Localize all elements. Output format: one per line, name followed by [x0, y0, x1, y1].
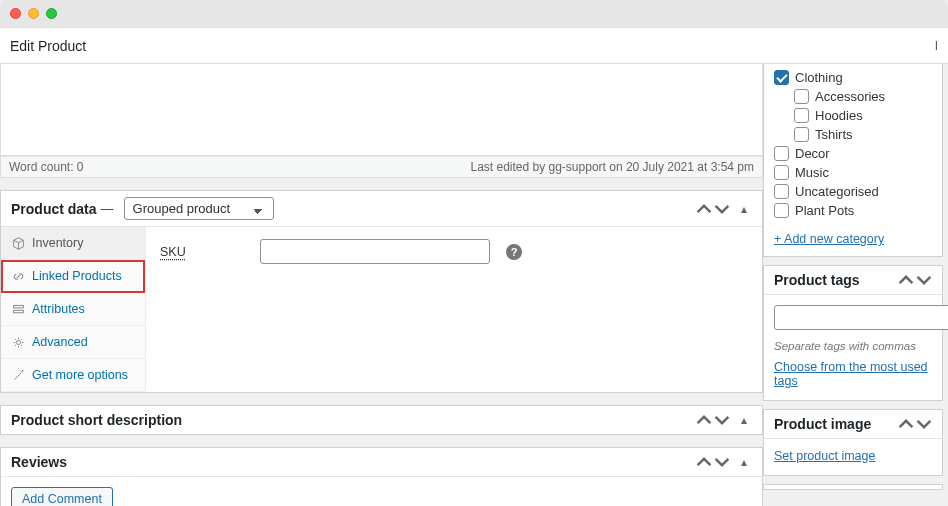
- add-comment-button[interactable]: Add Comment: [11, 487, 113, 506]
- move-up-icon[interactable]: [696, 412, 712, 428]
- wand-icon: [11, 368, 25, 382]
- link-icon: [11, 269, 25, 283]
- category-item[interactable]: Tshirts: [794, 125, 932, 144]
- tab-label: Advanced: [32, 335, 88, 349]
- set-product-image-link[interactable]: Set product image: [774, 449, 875, 463]
- category-item[interactable]: Music: [774, 163, 932, 182]
- maximize-window-dot[interactable]: [46, 8, 57, 19]
- header-right-cut: I: [935, 39, 938, 53]
- editor-footer: Word count: 0 Last edited by gg-support …: [0, 156, 763, 178]
- tag-input[interactable]: [774, 305, 948, 330]
- svg-rect-1: [13, 310, 23, 312]
- svg-rect-0: [13, 305, 23, 307]
- move-down-icon[interactable]: [714, 454, 730, 470]
- category-label: Accessories: [815, 89, 885, 104]
- gear-icon: [11, 335, 25, 349]
- product-data-box: Product data — Grouped product ▴: [0, 190, 763, 393]
- sku-input[interactable]: [260, 239, 490, 264]
- toggle-box-icon[interactable]: ▴: [736, 412, 752, 428]
- reviews-box: Reviews ▴ Add Comment: [0, 447, 763, 506]
- close-window-dot[interactable]: [10, 8, 21, 19]
- short-description-box: Product short description ▴: [0, 405, 763, 435]
- tab-attributes[interactable]: Attributes: [1, 293, 145, 326]
- category-item[interactable]: Clothing: [774, 68, 932, 87]
- product-categories-box: Clothing Accessories Hoodies Tshirts Dec…: [763, 64, 943, 257]
- tab-label: Attributes: [32, 302, 85, 316]
- category-item[interactable]: Hoodies: [794, 106, 932, 125]
- move-up-icon[interactable]: [696, 454, 712, 470]
- move-down-icon[interactable]: [916, 416, 932, 432]
- tab-label: Get more options: [32, 368, 128, 382]
- product-data-tabs: Inventory Linked Products Attributes Adv…: [1, 227, 146, 392]
- move-up-icon[interactable]: [696, 201, 712, 217]
- svg-point-2: [16, 340, 20, 344]
- category-label: Plant Pots: [795, 203, 854, 218]
- page-title: Edit Product: [10, 38, 86, 54]
- sku-label: SKU: [160, 245, 250, 259]
- choose-most-used-tags-link[interactable]: Choose from the most used tags: [774, 360, 928, 388]
- page-header: Edit Product I: [0, 28, 948, 64]
- tab-get-more[interactable]: Get more options: [1, 359, 145, 392]
- word-count: Word count: 0: [9, 160, 84, 174]
- minimize-window-dot[interactable]: [28, 8, 39, 19]
- category-label: Hoodies: [815, 108, 863, 123]
- category-checkbox[interactable]: [774, 70, 789, 85]
- tab-advanced[interactable]: Advanced: [1, 326, 145, 359]
- product-data-title: Product data: [11, 201, 97, 217]
- dash-sep: —: [101, 201, 114, 216]
- category-checkbox[interactable]: [774, 165, 789, 180]
- product-tags-box: Product tags Add Separate tags with comm…: [763, 265, 943, 401]
- product-image-box: Product image Set product image: [763, 409, 943, 476]
- category-label: Clothing: [795, 70, 843, 85]
- category-checkbox[interactable]: [794, 127, 809, 142]
- add-new-category-link[interactable]: + Add new category: [774, 232, 884, 246]
- category-item[interactable]: Decor: [774, 144, 932, 163]
- category-label: Uncategorised: [795, 184, 879, 199]
- category-item[interactable]: Uncategorised: [774, 182, 932, 201]
- category-checkbox[interactable]: [774, 146, 789, 161]
- move-up-icon[interactable]: [898, 272, 914, 288]
- category-label: Music: [795, 165, 829, 180]
- help-icon[interactable]: ?: [506, 244, 522, 260]
- category-item[interactable]: Accessories: [794, 87, 932, 106]
- move-down-icon[interactable]: [714, 201, 730, 217]
- product-tags-title: Product tags: [774, 272, 860, 288]
- product-image-title: Product image: [774, 416, 871, 432]
- move-down-icon[interactable]: [916, 272, 932, 288]
- category-label: Tshirts: [815, 127, 853, 142]
- category-checkbox[interactable]: [794, 108, 809, 123]
- toggle-box-icon[interactable]: ▴: [736, 454, 752, 470]
- move-up-icon[interactable]: [898, 416, 914, 432]
- next-box-peek: [763, 484, 943, 490]
- mac-titlebar: [0, 0, 948, 28]
- move-down-icon[interactable]: [714, 412, 730, 428]
- category-checkbox[interactable]: [774, 184, 789, 199]
- attributes-icon: [11, 302, 25, 316]
- tags-help-text: Separate tags with commas: [764, 340, 942, 360]
- tab-label: Linked Products: [32, 269, 122, 283]
- category-checkbox[interactable]: [794, 89, 809, 104]
- tab-linked-products[interactable]: Linked Products: [1, 260, 145, 293]
- last-edited-text: Last edited by gg-support on 20 July 202…: [470, 160, 754, 174]
- toggle-box-icon[interactable]: ▴: [736, 201, 752, 217]
- product-type-select[interactable]: Grouped product: [124, 197, 274, 220]
- category-list: Clothing Accessories Hoodies Tshirts Dec…: [764, 68, 942, 226]
- content-editor[interactable]: [0, 64, 763, 156]
- inventory-icon: [11, 236, 25, 250]
- category-label: Decor: [795, 146, 830, 161]
- tab-inventory[interactable]: Inventory: [1, 227, 145, 260]
- category-item[interactable]: Plant Pots: [774, 201, 932, 220]
- reviews-title: Reviews: [11, 454, 67, 470]
- inventory-panel: SKU ?: [146, 227, 762, 392]
- tab-label: Inventory: [32, 236, 83, 250]
- category-checkbox[interactable]: [774, 203, 789, 218]
- short-description-title: Product short description: [11, 412, 182, 428]
